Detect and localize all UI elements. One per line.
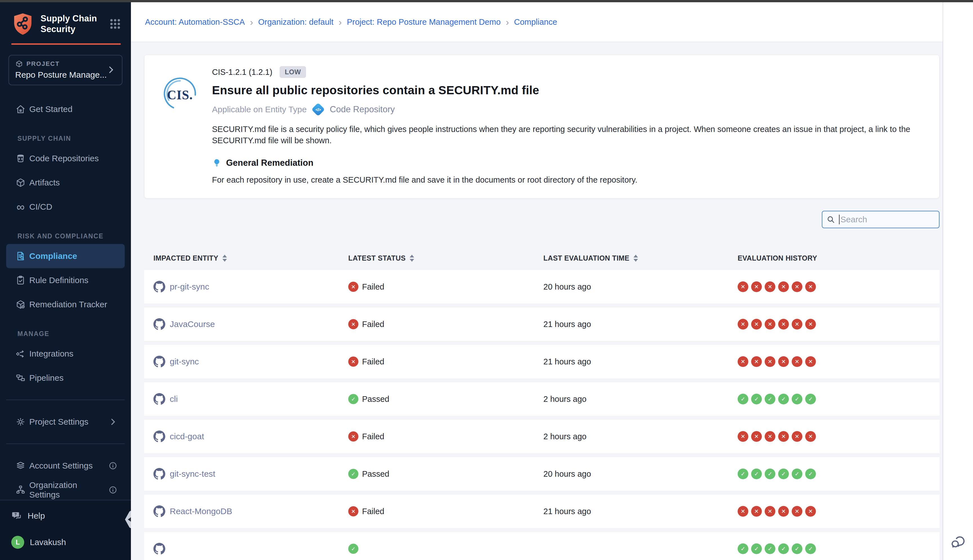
- entity-name-link[interactable]: React-MongoDB: [170, 507, 232, 516]
- failed-circle-x-icon: ✕: [348, 357, 359, 367]
- history-failed-icon: ✕: [805, 431, 816, 442]
- project-selector[interactable]: PROJECT Repo Posture Manage...: [8, 55, 122, 85]
- impacted-entity-cell: git-sync-test: [154, 468, 348, 480]
- history-failed-icon: ✕: [792, 319, 803, 330]
- history-failed-icon: ✕: [764, 356, 775, 367]
- sort-arrows-icon[interactable]: [633, 255, 638, 262]
- app-title: Supply Chain Security: [40, 13, 97, 35]
- sidebar-item-get-started[interactable]: Get Started: [6, 97, 125, 121]
- sidebar-item-account-settings[interactable]: Account Settings: [6, 453, 125, 478]
- breadcrumb-organization[interactable]: Organization: default: [258, 17, 334, 27]
- column-header-latest-status[interactable]: LATEST STATUS: [348, 254, 543, 262]
- entity-name-link[interactable]: cli: [170, 394, 178, 404]
- breadcrumb-account[interactable]: Account: Automation-SSCA: [145, 17, 245, 27]
- history-passed-icon: ✓: [805, 543, 816, 554]
- sidebar-item-label: Artifacts: [29, 178, 60, 187]
- cicd-infinity-icon: ∞: [15, 202, 26, 212]
- impacted-entity-cell: cicd-goat: [154, 430, 348, 442]
- history-passed-icon: ✓: [792, 543, 803, 554]
- github-icon: [154, 318, 165, 330]
- latest-status-cell: ✕Failed: [348, 282, 543, 292]
- search-icon: [826, 215, 835, 224]
- table-body: pr-git-sync✕Failed20 hours ago✕✕✕✕✕✕Java…: [144, 270, 940, 560]
- sidebar-item-artifacts[interactable]: Artifacts: [6, 170, 125, 195]
- home-icon: [15, 104, 26, 114]
- sidebar-item-project-settings[interactable]: Project Settings: [6, 410, 125, 434]
- sidebar-item-remediation-tracker[interactable]: Remediation Tracker: [6, 292, 125, 317]
- sidebar-section-manage: MANAGE: [0, 330, 131, 338]
- breadcrumb-project[interactable]: Project: Repo Posture Management Demo: [347, 17, 501, 27]
- integrations-icon: [15, 349, 26, 359]
- failed-circle-x-icon: ✕: [348, 282, 359, 292]
- table-row: pr-git-sync✕Failed20 hours ago✕✕✕✕✕✕: [144, 270, 940, 304]
- cis-logo: CIS.: [161, 76, 199, 113]
- breadcrumb-separator: ›: [250, 18, 253, 26]
- history-failed-icon: ✕: [738, 431, 748, 442]
- help-button[interactable]: ? Help: [11, 510, 120, 521]
- entity-name-link[interactable]: pr-git-sync: [170, 282, 209, 292]
- sidebar-nav: Get StartedSUPPLY CHAINCode Repositories…: [0, 97, 131, 500]
- failed-circle-x-icon: ✕: [348, 319, 359, 329]
- history-passed-icon: ✓: [778, 468, 789, 479]
- entity-name-link[interactable]: git-sync-test: [170, 469, 215, 479]
- history-passed-icon: ✓: [805, 468, 816, 479]
- evaluation-history-cell: ✕✕✕✕✕✕: [738, 282, 940, 292]
- history-passed-icon: ✓: [792, 468, 803, 479]
- latest-status-cell: ✕Failed: [348, 319, 543, 329]
- sidebar-item-compliance[interactable]: Compliance: [6, 244, 125, 268]
- history-failed-icon: ✕: [738, 319, 748, 330]
- evaluation-time: 2 hours ago: [543, 432, 586, 441]
- evaluation-history-cell: ✕✕✕✕✕✕: [738, 356, 940, 367]
- sidebar: Supply Chain Security PROJECT Repo Postu…: [0, 2, 131, 560]
- sidebar-item-integrations[interactable]: Integrations: [6, 342, 125, 366]
- history-failed-icon: ✕: [751, 506, 762, 517]
- org-sitemap-icon: [15, 485, 26, 495]
- status-label: Failed: [362, 357, 384, 367]
- user-menu[interactable]: L Lavakush: [11, 536, 120, 549]
- column-header-last-evaluation-time[interactable]: LAST EVALUATION TIME: [543, 254, 738, 262]
- sort-arrows-icon[interactable]: [410, 255, 414, 262]
- table-row: git-sync-test✓Passed20 hours ago✓✓✓✓✓✓: [144, 457, 940, 491]
- sidebar-item-rule-definitions[interactable]: Rule Definitions: [6, 268, 125, 292]
- last-evaluation-time-cell: 21 hours ago: [543, 320, 738, 329]
- history-failed-icon: ✕: [805, 506, 816, 517]
- history-failed-icon: ✕: [778, 319, 789, 330]
- evaluation-time: 21 hours ago: [543, 320, 591, 329]
- text-caret: [839, 215, 839, 224]
- history-failed-icon: ✕: [805, 319, 816, 330]
- history-failed-icon: ✕: [778, 506, 789, 517]
- github-icon: [154, 430, 165, 442]
- failed-circle-x-icon: ✕: [348, 506, 359, 517]
- sidebar-item-ci-cd[interactable]: ∞CI/CD: [6, 195, 125, 219]
- latest-status-cell: ✕Failed: [348, 432, 543, 442]
- status-label: Failed: [362, 282, 384, 292]
- breadcrumb-compliance[interactable]: Compliance: [514, 17, 557, 27]
- entity-name-link[interactable]: JavaCourse: [170, 319, 215, 329]
- rule-code: CIS-1.2.1 (1.2.1): [212, 68, 272, 77]
- sidebar-item-pipelines[interactable]: Pipelines: [6, 366, 125, 390]
- search-box: [822, 211, 940, 228]
- evaluation-time: 20 hours ago: [543, 469, 591, 478]
- history-failed-icon: ✕: [792, 356, 803, 367]
- main-area: Account: Automation-SSCA › Organization:…: [131, 2, 943, 560]
- entity-name-link[interactable]: git-sync: [170, 357, 199, 367]
- status-label: Passed: [362, 395, 389, 404]
- app-switcher-grid-icon[interactable]: [108, 17, 122, 31]
- sidebar-item-label: Compliance: [29, 251, 77, 261]
- table-row: JavaCourse✕Failed21 hours ago✕✕✕✕✕✕: [144, 307, 940, 342]
- sidebar-item-code-repositories[interactable]: Code Repositories: [6, 146, 125, 170]
- project-label: PROJECT: [27, 60, 60, 68]
- column-header-impacted-entity[interactable]: IMPACTED ENTITY: [154, 254, 348, 262]
- remediation-title: General Remediation: [226, 158, 313, 168]
- support-chat-icon[interactable]: [950, 534, 966, 550]
- sort-arrows-icon[interactable]: [222, 255, 227, 262]
- history-failed-icon: ✕: [778, 282, 789, 292]
- github-icon: [154, 281, 165, 293]
- history-failed-icon: ✕: [751, 431, 762, 442]
- sidebar-item-label: Remediation Tracker: [29, 300, 107, 309]
- column-header-label: LAST EVALUATION TIME: [543, 254, 629, 262]
- history-passed-icon: ✓: [751, 543, 762, 554]
- sidebar-item-organization-settings[interactable]: Organization Settings: [6, 478, 125, 500]
- applicable-label: Applicable on Entity Type: [212, 105, 307, 114]
- entity-name-link[interactable]: cicd-goat: [170, 432, 204, 441]
